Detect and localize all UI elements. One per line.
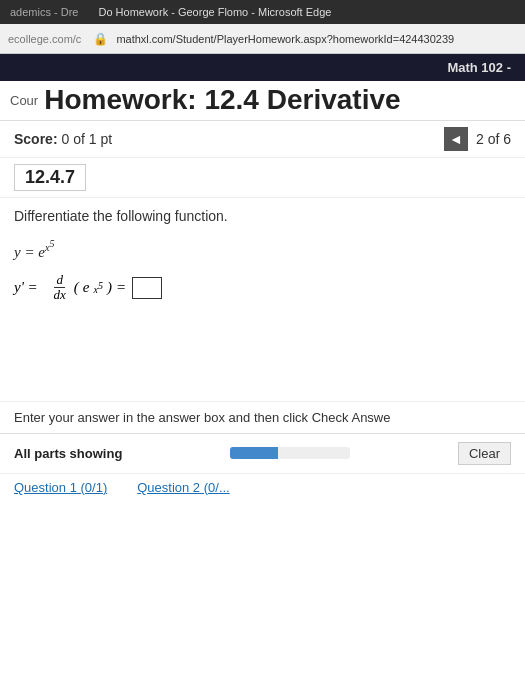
browser-addressbar: ecollege.com/c 🔒 mathxl.com/Student/Play… (0, 24, 525, 54)
score-value: 0 of 1 pt (61, 131, 112, 147)
function-y: y = e (14, 244, 45, 260)
question-instruction: Differentiate the following function. (14, 208, 511, 224)
clear-button[interactable]: Clear (458, 442, 511, 465)
answer-input[interactable] (132, 277, 162, 299)
homework-title: Homework: 12.4 Derivative (44, 85, 400, 116)
question-number: 12.4.7 (14, 164, 86, 191)
frac-numerator: d (54, 273, 65, 288)
progress-bar (230, 447, 350, 459)
browser-title-main: Do Homework - George Flomo - Microsoft E… (98, 6, 331, 18)
course-nav: Cour Homework: 12.4 Derivative (0, 81, 525, 121)
browser-title-left: ademics - Dre (10, 6, 78, 18)
lock-icon: 🔒 (93, 32, 108, 46)
all-parts-label: All parts showing (14, 446, 122, 461)
derivative-lhs: y' = (14, 279, 38, 296)
address-url: mathxl.com/Student/PlayerHomework.aspx?h… (116, 33, 454, 45)
e-base: e (83, 279, 90, 296)
all-parts-bar: All parts showing Clear (0, 433, 525, 473)
frac-denominator: dx (52, 288, 68, 302)
score-bar: Score: 0 of 1 pt ◄ 2 of 6 (0, 121, 525, 158)
left-arrow-icon: ◄ (449, 131, 463, 147)
function-exponent: x5 (45, 242, 54, 253)
nav-controls: ◄ 2 of 6 (444, 127, 511, 151)
address-left: ecollege.com/c (8, 33, 81, 45)
close-paren: ) (107, 279, 112, 296)
progress-bar-fill (230, 447, 278, 459)
bottom-instruction: Enter your answer in the answer box and … (0, 401, 525, 433)
function-display: y = ex5 (14, 238, 511, 261)
question-counter: 2 of 6 (476, 131, 511, 147)
score-text: Score: 0 of 1 pt (14, 131, 112, 147)
question-number-bar: 12.4.7 (0, 158, 525, 198)
page-content: Math 102 - Cour Homework: 12.4 Derivativ… (0, 54, 525, 700)
equals-sign: = (116, 279, 126, 296)
top-bar: Math 102 - (0, 54, 525, 81)
instruction-text: Enter your answer in the answer box and … (14, 410, 390, 425)
fraction-space (42, 279, 46, 296)
spacer (0, 321, 525, 401)
question-2-link[interactable]: Question 2 (0/... (137, 480, 230, 495)
question-content: Differentiate the following function. y … (0, 198, 525, 321)
prev-arrow-button[interactable]: ◄ (444, 127, 468, 151)
browser-titlebar: ademics - Dre Do Homework - George Flomo… (0, 0, 525, 24)
course-title: Math 102 - (447, 60, 511, 75)
derivative-equation: y' = d dx ( ex5 ) = (14, 273, 511, 303)
d-dx-fraction: d dx (52, 273, 68, 303)
question-links: Question 1 (0/1) Question 2 (0/... (0, 473, 525, 501)
open-paren: ( (74, 279, 79, 296)
score-label: Score: (14, 131, 58, 147)
x5-exponent: x5 (93, 280, 102, 295)
course-nav-label: Cour (10, 93, 38, 108)
question-1-link[interactable]: Question 1 (0/1) (14, 480, 107, 495)
